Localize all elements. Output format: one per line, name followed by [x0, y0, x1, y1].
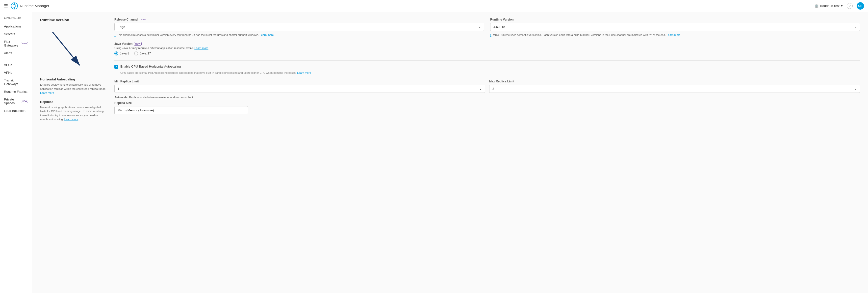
autoscaling-checkbox[interactable]: ✓ — [114, 65, 118, 69]
java-version-info: Using Java 17 may require a different ap… — [114, 46, 860, 50]
java-version-label-text: Java Version — [114, 42, 132, 45]
building-icon: 🏢 — [814, 4, 818, 8]
runtime-manager-logo — [11, 2, 18, 9]
right-column: Release Channel New Edge ⌄ ℹ This channe… — [114, 18, 860, 126]
autoscaling-desc-text: Enables deployment to dynamically add or… — [40, 83, 106, 90]
runtime-version-label: Runtime Version — [490, 18, 860, 21]
java-version-radio-group: Java 8 Java 17 — [114, 52, 860, 56]
chevron-down-icon-size: ⌄ — [242, 108, 245, 112]
java8-radio-dot — [115, 53, 117, 55]
sidebar: ALVARO-LAB Applications Servers Flex Gat… — [0, 12, 32, 293]
sidebar-label-vpns: VPNs — [4, 71, 12, 74]
env-selector[interactable]: 🏢 cloudhub-rest ▾ — [814, 4, 843, 8]
left-column: Runtime version Horizontal Autoscal — [40, 18, 114, 126]
sidebar-item-vpns[interactable]: VPNs — [0, 69, 32, 76]
min-replica-field: Min Replica Limit 1 ⌄ — [114, 80, 485, 93]
replicas-learn-more[interactable]: Learn more — [64, 118, 78, 121]
main-content: Runtime version Horizontal Autoscal — [32, 12, 868, 293]
nav-logo: Runtime Manager — [11, 2, 49, 9]
sidebar-label-load-balancers: Load Balancers — [4, 109, 26, 112]
java-version-badge: New — [134, 42, 142, 45]
user-avatar[interactable]: CR — [857, 2, 864, 10]
release-channel-select[interactable]: Edge ⌄ — [114, 23, 484, 31]
autoscaling-checkbox-sub: CPU based Horizontal Pod Autoscaling req… — [120, 71, 860, 75]
private-spaces-new-badge: NEW — [21, 100, 28, 103]
release-channel-label: Release Channel New — [114, 18, 484, 21]
autoscaling-section: Horizontal Autoscaling Enables deploymen… — [40, 77, 106, 95]
sidebar-label-alerts: Alerts — [4, 51, 12, 55]
sidebar-item-runtime-fabrics[interactable]: Runtime Fabrics — [0, 88, 32, 96]
replicas-title: Replicas — [40, 100, 106, 104]
max-replica-value: 3 — [492, 87, 494, 91]
info-icon-version: ℹ — [490, 33, 491, 38]
min-replica-select[interactable]: 1 ⌄ — [114, 85, 485, 93]
arrow-placeholder — [40, 27, 106, 71]
question-icon: ? — [849, 4, 850, 8]
release-channel-label-text: Release Channel — [114, 18, 138, 21]
workspace-label: ALVARO-LAB — [0, 15, 32, 23]
arrow-svg — [40, 27, 90, 71]
hamburger-icon[interactable]: ☰ — [4, 3, 8, 9]
java-version-label: Java Version New — [114, 42, 860, 45]
replica-size-field: Replica Size Micro (Memory Intensive) ⌄ — [114, 101, 860, 114]
runtime-version-select[interactable]: 4.6.1:1e ⌄ — [490, 23, 860, 31]
sidebar-item-flex-gateways[interactable]: Flex Gateways NEW — [0, 38, 32, 49]
release-channel-badge: New — [140, 18, 147, 21]
sidebar-item-alerts[interactable]: Alerts — [0, 49, 32, 57]
autoscaling-checkbox-learn-more[interactable]: Learn more — [297, 71, 311, 74]
svg-line-7 — [53, 32, 80, 65]
autoscaling-checkbox-label: Enable CPU Based Horizontal Autoscaling — [120, 65, 181, 68]
autoscaling-learn-more[interactable]: Learn more — [40, 91, 54, 94]
svg-point-1 — [13, 4, 16, 7]
sidebar-item-applications[interactable]: Applications — [0, 23, 32, 30]
autoscale-note-prefix: Autoscale: — [114, 96, 128, 99]
app-title: Runtime Manager — [20, 4, 49, 8]
content-columns: Runtime version Horizontal Autoscal — [40, 18, 860, 126]
runtime-version-info: ℹ Mule Runtime uses semantic versioning.… — [490, 33, 860, 38]
min-replica-value: 1 — [118, 87, 119, 91]
sidebar-item-transit-gateways[interactable]: Transit Gateways — [0, 76, 32, 88]
java17-radio[interactable] — [134, 52, 138, 56]
help-button[interactable]: ? — [847, 3, 852, 9]
release-channel-learn-more[interactable]: Learn more — [260, 33, 274, 36]
autoscaling-desc: Enables deployment to dynamically add or… — [40, 83, 106, 95]
chevron-down-icon-max: ⌄ — [854, 87, 857, 91]
max-replica-select[interactable]: 3 ⌄ — [489, 85, 860, 93]
sidebar-item-load-balancers[interactable]: Load Balancers — [0, 107, 32, 115]
env-label: cloudhub-rest — [820, 4, 840, 8]
min-replica-label: Min Replica Limit — [114, 80, 485, 83]
runtime-version-info-text: Mule Runtime uses semantic versioning. E… — [493, 33, 680, 37]
release-channel-underline: every four months — [169, 33, 191, 36]
sidebar-label-runtime-fabrics: Runtime Fabrics — [4, 90, 28, 94]
runtime-version-field: Runtime Version 4.6.1:1e ⌄ ℹ Mule Runtim… — [490, 18, 860, 38]
java-version-learn-more[interactable]: Learn more — [194, 46, 208, 50]
java8-option[interactable]: Java 8 — [114, 52, 129, 56]
chevron-down-icon-min: ⌄ — [479, 87, 482, 91]
max-replica-label: Max Replica Limit — [489, 80, 860, 83]
checkmark-icon: ✓ — [115, 65, 118, 68]
sidebar-label-transit-gateways: Transit Gateways — [4, 78, 28, 86]
java17-option[interactable]: Java 17 — [134, 52, 151, 56]
autoscale-note-text: Replicas scale between minimum and maxim… — [129, 96, 193, 99]
sidebar-label-applications: Applications — [4, 25, 21, 28]
sidebar-item-private-spaces[interactable]: Private Spaces NEW — [0, 96, 32, 107]
release-channel-value: Edge — [118, 25, 125, 29]
chevron-down-icon: ▾ — [841, 4, 843, 8]
release-channel-info-text: This channel releases a new minor versio… — [117, 33, 274, 37]
replica-size-label: Replica Size — [114, 101, 860, 105]
replica-size-select[interactable]: Micro (Memory Intensive) ⌄ — [114, 106, 248, 114]
runtime-version-learn-more[interactable]: Learn more — [666, 33, 680, 36]
sidebar-item-vpcs[interactable]: VPCs — [0, 61, 32, 69]
sidebar-item-servers[interactable]: Servers — [0, 30, 32, 38]
runtime-version-value: 4.6.1:1e — [493, 25, 505, 29]
release-channel-field: Release Channel New Edge ⌄ ℹ This channe… — [114, 18, 484, 38]
layout: ALVARO-LAB Applications Servers Flex Gat… — [0, 12, 868, 293]
release-channel-info: ℹ This channel releases a new minor vers… — [114, 33, 484, 38]
flex-gateways-new-badge: NEW — [21, 42, 28, 45]
replica-size-value: Micro (Memory Intensive) — [118, 108, 154, 112]
java8-radio[interactable] — [114, 52, 118, 56]
autoscaling-checkbox-section: ✓ Enable CPU Based Horizontal Autoscalin… — [114, 60, 860, 75]
section-title: Runtime version — [40, 18, 106, 22]
java17-label: Java 17 — [140, 52, 151, 55]
java8-label: Java 8 — [120, 52, 129, 55]
